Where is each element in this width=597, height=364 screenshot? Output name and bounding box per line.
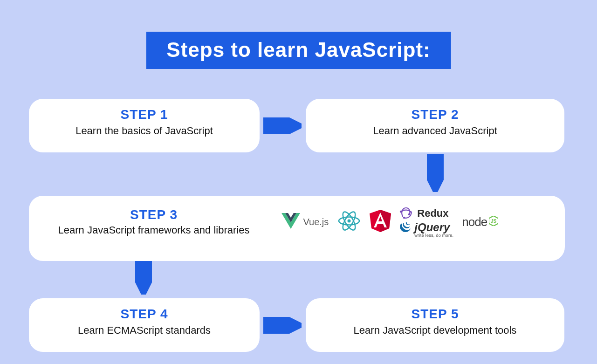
step-2-card: STEP 2 Learn advanced JavaScript <box>306 99 564 152</box>
step-2-desc: Learn advanced JavaScript <box>316 125 554 137</box>
svg-marker-7 <box>380 210 391 232</box>
jquery-label: jQuery <box>414 222 453 233</box>
arrow-2-to-3-icon <box>427 154 444 192</box>
redux-label: Redux <box>417 207 448 220</box>
node-icon: JS <box>489 216 498 228</box>
svg-point-2 <box>348 220 351 223</box>
vue-label: Vue.js <box>303 217 329 227</box>
jquery-tagline: write less, do more. <box>414 233 453 238</box>
step-1-desc: Learn the basics of JavaScript <box>39 125 249 137</box>
svg-text:JS: JS <box>491 219 497 224</box>
framework-logos: Vue.js <box>281 206 498 238</box>
step-4-label: STEP 4 <box>39 307 249 322</box>
step-4-desc: Learn ECMAScript standards <box>39 324 249 337</box>
angular-icon <box>370 210 391 234</box>
step-3-label: STEP 3 <box>42 207 266 222</box>
redux-icon <box>399 206 413 221</box>
arrow-3-to-4-icon <box>135 261 152 295</box>
vue-icon <box>281 213 300 231</box>
arrow-1-to-2-icon <box>263 117 302 134</box>
jquery-logo: jQuery write less, do more. <box>399 222 453 238</box>
jquery-icon <box>399 222 412 236</box>
svg-point-9 <box>400 211 402 213</box>
node-logo: node JS <box>462 215 498 229</box>
node-label: node <box>462 215 487 229</box>
redux-logo: Redux <box>399 206 448 221</box>
step-1-card: STEP 1 Learn the basics of JavaScript <box>29 99 260 152</box>
step-3-card: STEP 3 Learn JavaScript frameworks and l… <box>29 196 565 261</box>
step-3-desc: Learn JavaScript frameworks and librarie… <box>42 224 266 236</box>
arrow-4-to-5-icon <box>263 317 302 334</box>
step-5-label: STEP 5 <box>316 307 554 322</box>
angular-logo <box>370 210 391 234</box>
react-icon <box>337 210 361 234</box>
react-logo <box>337 210 361 234</box>
redux-jquery-stack: Redux jQuery write less, do more. <box>399 206 453 238</box>
step-5-desc: Learn JavaScript development tools <box>316 324 554 337</box>
step-5-card: STEP 5 Learn JavaScript development tool… <box>306 298 564 352</box>
step-1-label: STEP 1 <box>39 107 249 122</box>
jquery-label-wrap: jQuery write less, do more. <box>414 222 453 238</box>
svg-point-10 <box>403 217 405 219</box>
step-4-card: STEP 4 Learn ECMAScript standards <box>29 298 260 352</box>
page-title: Steps to learn JavaScript: <box>146 32 451 69</box>
svg-point-8 <box>408 213 410 215</box>
step-2-label: STEP 2 <box>316 107 554 122</box>
vue-logo: Vue.js <box>281 213 329 231</box>
